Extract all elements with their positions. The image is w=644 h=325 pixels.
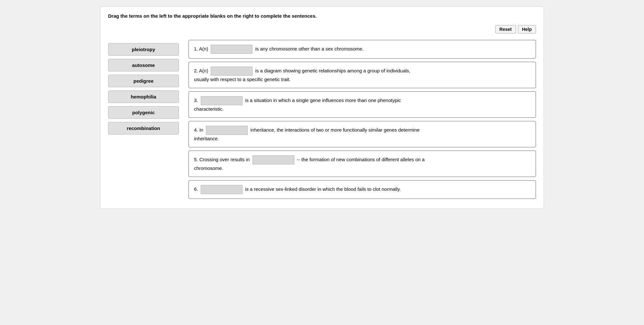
sentence-4-text2: inheritance. [194,136,219,141]
sentence-3-text2: characteristic. [194,106,224,112]
terms-column: pleiotropy autosome pedigree hemophilia … [108,40,179,135]
sentence-3-number: 3. [194,98,199,103]
sentence-6: 6. is a recessive sex-linked disorder in… [189,180,536,199]
help-button[interactable]: Help [518,25,536,33]
sentence-2-number: 2. A(n) [194,68,209,73]
blank-3[interactable] [201,96,243,105]
sentences-column: 1. A(n) is any chromosome other than a s… [189,40,536,199]
term-autosome[interactable]: autosome [108,59,179,71]
blank-2[interactable] [211,67,253,76]
term-hemophilia[interactable]: hemophilia [108,90,179,103]
sentence-2-text2: usually with respect to a specific genet… [194,77,290,82]
term-pleiotropy[interactable]: pleiotropy [108,43,179,56]
sentence-3-text: is a situation in which a single gene in… [245,98,401,103]
instructions-text: Drag the terms on the left to the approp… [108,13,536,19]
sentence-5: 5. Crossing over results in -- the forma… [189,151,536,177]
reset-button[interactable]: Reset [495,25,516,33]
sentence-4: 4. In inheritance, the interactions of t… [189,121,536,147]
sentence-1: 1. A(n) is any chromosome other than a s… [189,40,536,59]
top-buttons-bar: Reset Help [108,25,536,33]
blank-5[interactable] [253,155,294,164]
sentence-5-number: 5. Crossing over results in [194,157,251,162]
term-pedigree[interactable]: pedigree [108,75,179,87]
main-content-area: pleiotropy autosome pedigree hemophilia … [108,40,536,199]
sentence-6-number: 6. [194,186,199,192]
sentence-6-text: is a recessive sex-linked disorder in wh… [245,186,401,192]
sentence-1-number: 1. A(n) [194,46,209,51]
sentence-2: 2. A(n) is a diagram showing genetic rel… [189,62,536,88]
blank-1[interactable] [211,45,253,54]
sentence-1-text: is any chromosome other than a sex chrom… [255,46,364,51]
sentence-4-text: inheritance, the interactions of two or … [251,127,420,133]
sentence-3: 3. is a situation in which a single gene… [189,91,536,118]
sentence-5-text: -- the formation of new combinations of … [297,157,425,162]
blank-4[interactable] [206,126,248,135]
main-container: Drag the terms on the left to the approp… [100,6,544,209]
sentence-2-text: is a diagram showing genetic relationshi… [255,68,410,73]
sentence-4-number: 4. In [194,127,205,133]
term-recombination[interactable]: recombination [108,122,179,135]
term-polygenic[interactable]: polygenic [108,106,179,119]
blank-6[interactable] [201,185,243,194]
sentence-5-text2: chromosome. [194,165,223,171]
